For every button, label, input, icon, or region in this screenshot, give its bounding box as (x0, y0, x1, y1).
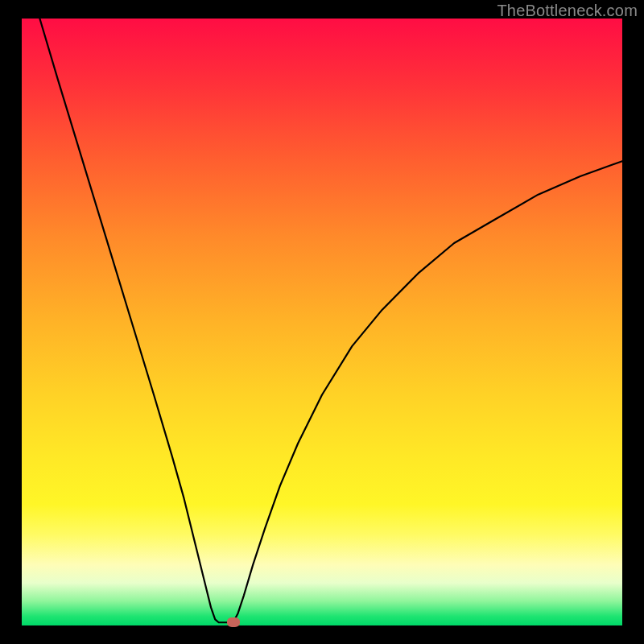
chart-frame: TheBottleneck.com (0, 0, 644, 644)
optimal-point-marker (227, 617, 240, 627)
chart-plot-area (22, 19, 622, 625)
watermark-text: TheBottleneck.com (497, 2, 638, 20)
bottleneck-curve (22, 19, 622, 625)
